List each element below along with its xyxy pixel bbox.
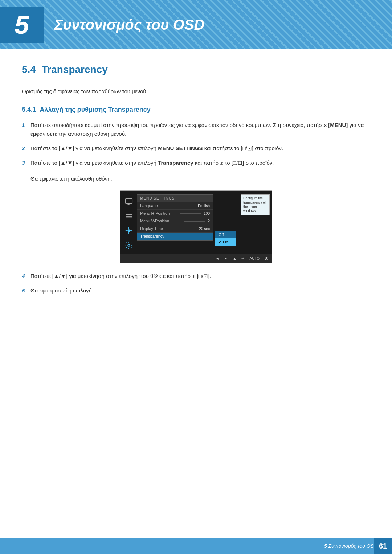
step-4: 4 Πατήστε [▲/▼] για μετακίνηση στην επιλ… xyxy=(22,272,370,280)
osd-icon-menu xyxy=(124,211,134,221)
osd-submenu-off: Off xyxy=(215,231,236,238)
page-footer: 5 Συντονισμός του OSD 61 xyxy=(0,538,392,554)
osd-bottom-bar: ◄ ▼ ▲ ↵ AUTO ⏻ xyxy=(120,254,272,263)
svg-point-11 xyxy=(128,244,130,246)
step-1: 1 Πατήστε οποιοδήποτε κουμπί στην πρόσοψ… xyxy=(22,121,370,138)
osd-icon-tune xyxy=(124,226,134,236)
osd-menu-row-vpos: Menu V-Position 2 xyxy=(137,217,213,225)
osd-menu-row-language: Language English xyxy=(137,202,213,210)
screenshot-note: Θα εμφανιστεί η ακόλουθη οθόνη. xyxy=(30,175,370,183)
osd-submenu: Off ✓ On xyxy=(215,231,236,246)
osd-icon-monitor xyxy=(124,197,134,207)
osd-menu-panel: MENU SETTINGS Language English Menu H-Po… xyxy=(137,194,213,241)
osd-menu-row-hpos: Menu H-Position 100 xyxy=(137,210,213,217)
osd-btn-enter: ↵ xyxy=(241,257,244,260)
chapter-title: Συντονισμός του OSD xyxy=(44,17,204,33)
main-content: 5.4 Transparency Ορισμός της διαφάνειας … xyxy=(0,64,392,295)
step-3: 3 Πατήστε το [▲/▼] για να μετακινηθείτε … xyxy=(22,159,370,167)
osd-menu-row-transparency: Transparency xyxy=(137,233,213,240)
steps-list: 1 Πατήστε οποιοδήποτε κουμπί στην πρόσοψ… xyxy=(22,121,370,167)
section-description: Ορισμός της διαφάνειας των παραθύρων του… xyxy=(22,87,370,96)
subsection-title: 5.4.1 Αλλαγή της ρύθμισης Transparency xyxy=(22,106,370,114)
osd-btn-power: ⏻ xyxy=(265,257,268,260)
osd-btn-left: ◄ xyxy=(216,257,219,260)
step-5: 5 Θα εφαρμοστεί η επιλογή. xyxy=(22,286,370,295)
osd-menu-title: MENU SETTINGS xyxy=(137,195,213,202)
v-position-slider xyxy=(184,221,205,222)
footer-text: 5 Συντονισμός του OSD xyxy=(324,543,377,549)
steps-list-2: 4 Πατήστε [▲/▼] για μετακίνηση στην επιλ… xyxy=(22,272,370,295)
osd-submenu-on: ✓ On xyxy=(215,238,236,246)
h-position-slider xyxy=(180,213,201,214)
section-title: 5.4 Transparency xyxy=(22,64,370,78)
osd-screenshot: MENU SETTINGS Language English Menu H-Po… xyxy=(120,190,272,263)
svg-point-6 xyxy=(127,229,130,232)
chapter-header: 5 Συντονισμός του OSD xyxy=(0,0,392,49)
osd-screenshot-container: MENU SETTINGS Language English Menu H-Po… xyxy=(22,190,370,263)
osd-icon-gear xyxy=(124,240,134,250)
osd-btn-down: ▼ xyxy=(224,257,228,260)
step-2: 2 Πατήστε το [▲/▼] για να μετακινηθείτε … xyxy=(22,144,370,153)
osd-tooltip: Configure the transparency of the menu w… xyxy=(241,194,270,215)
footer-page-number: 61 xyxy=(374,538,392,554)
osd-btn-auto: AUTO xyxy=(249,257,260,260)
osd-btn-up: ▲ xyxy=(233,257,236,260)
chapter-number: 5 xyxy=(0,7,44,43)
svg-rect-0 xyxy=(126,199,132,204)
osd-menu-row-displaytime: Display Time 20 sec xyxy=(137,225,213,233)
